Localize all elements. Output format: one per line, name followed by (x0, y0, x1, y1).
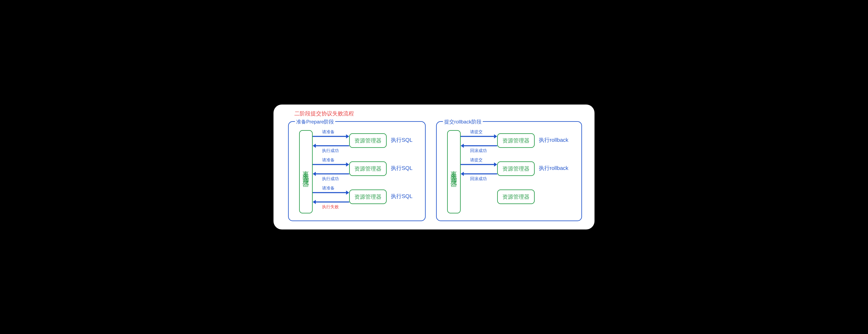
transaction-manager-left: 事务管理器 (299, 130, 313, 213)
arrow-right-icon (461, 134, 497, 138)
arrow-left-icon (313, 200, 349, 204)
arrow-label-rollback-2: 回滚成功 (470, 176, 487, 181)
arrow-right-icon (461, 162, 497, 167)
svg-marker-11 (313, 200, 316, 204)
resource-manager-left-2: 资源管理器 (349, 161, 387, 176)
arrow-label-commit-1: 请提交 (470, 129, 483, 135)
arrow-left-icon (313, 172, 349, 176)
resource-manager-right-2: 资源管理器 (497, 161, 535, 176)
arrow-label-commit-2: 请提交 (470, 157, 483, 163)
diagram-title: 二阶段提交协议失败流程 (294, 110, 354, 117)
svg-marker-1 (346, 134, 349, 138)
svg-marker-5 (346, 162, 349, 167)
arrow-left-icon (313, 144, 349, 148)
phase-prepare: 准备Prepare阶段 事务管理器 资源管理器 执行SQL 请准备 执行成功 资… (288, 121, 426, 221)
side-label-left-3: 执行SQL (391, 193, 412, 200)
arrow-label-prepare-3: 请准备 (322, 185, 335, 191)
side-label-right-2: 执行rollback (539, 165, 568, 172)
arrow-label-prepare-1: 请准备 (322, 129, 335, 135)
svg-marker-17 (494, 162, 497, 167)
arrow-left-icon (461, 172, 497, 176)
resource-manager-left-1: 资源管理器 (349, 133, 387, 148)
resource-manager-right-3: 资源管理器 (497, 190, 535, 204)
side-label-right-1: 执行rollback (539, 136, 568, 144)
arrow-label-rollback-1: 回滚成功 (470, 148, 487, 154)
svg-marker-9 (346, 191, 349, 195)
arrow-left-icon (461, 144, 497, 148)
svg-marker-13 (494, 134, 497, 138)
svg-marker-15 (461, 144, 464, 148)
svg-marker-19 (461, 172, 464, 176)
transaction-manager-right-label: 事务管理器 (450, 166, 459, 178)
resource-manager-right-1: 资源管理器 (497, 133, 535, 148)
arrow-label-result-1: 执行成功 (322, 148, 339, 154)
diagram-canvas: 二阶段提交协议失败流程 准备Prepare阶段 事务管理器 资源管理器 执行SQ… (274, 104, 594, 230)
transaction-manager-left-label: 事务管理器 (302, 166, 311, 178)
arrow-label-result-3: 执行失败 (322, 204, 339, 210)
svg-marker-7 (313, 172, 316, 176)
arrow-label-result-2: 执行成功 (322, 176, 339, 181)
side-label-left-2: 执行SQL (391, 165, 412, 172)
arrow-right-icon (313, 162, 349, 167)
resource-manager-left-3: 资源管理器 (349, 190, 387, 204)
arrow-label-prepare-2: 请准备 (322, 157, 335, 163)
arrow-right-icon (313, 191, 349, 195)
phase-rollback: 提交rollback阶段 事务管理器 资源管理器 执行rollback 请提交 … (436, 121, 582, 221)
arrow-right-icon (313, 134, 349, 138)
svg-marker-3 (313, 144, 316, 148)
phase-prepare-label: 准备Prepare阶段 (295, 119, 335, 125)
side-label-left-1: 执行SQL (391, 136, 412, 144)
phase-rollback-label: 提交rollback阶段 (443, 119, 483, 125)
transaction-manager-right: 事务管理器 (447, 130, 461, 213)
